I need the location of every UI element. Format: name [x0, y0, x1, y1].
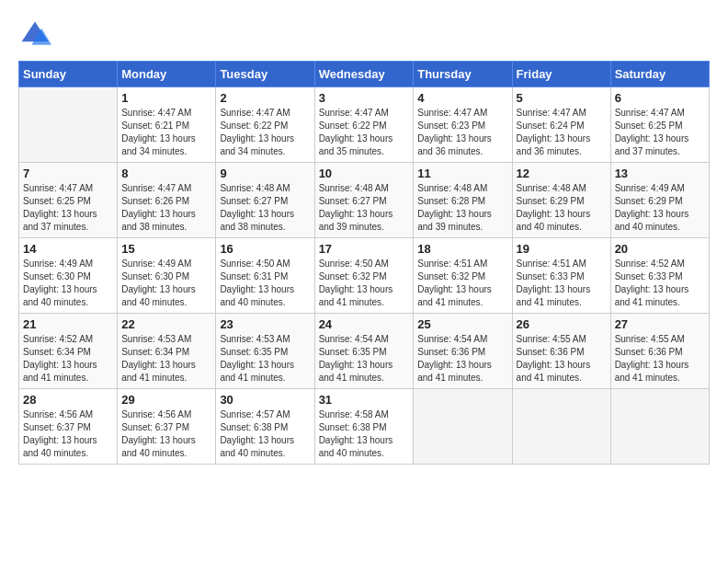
day-number: 21	[23, 317, 113, 331]
calendar-cell: 9Sunrise: 4:48 AMSunset: 6:27 PMDaylight…	[216, 163, 314, 238]
day-number: 1	[121, 91, 211, 105]
day-info: Sunrise: 4:55 AMSunset: 6:36 PMDaylight:…	[615, 333, 705, 385]
calendar-cell: 14Sunrise: 4:49 AMSunset: 6:30 PMDayligh…	[19, 238, 118, 314]
calendar-cell	[512, 389, 610, 465]
day-info: Sunrise: 4:58 AMSunset: 6:38 PMDaylight:…	[319, 408, 410, 460]
calendar-cell: 1Sunrise: 4:47 AMSunset: 6:21 PMDaylight…	[118, 87, 216, 163]
day-info: Sunrise: 4:57 AMSunset: 6:38 PMDaylight:…	[220, 408, 310, 460]
day-info: Sunrise: 4:51 AMSunset: 6:33 PMDaylight:…	[517, 258, 607, 309]
calendar-cell: 19Sunrise: 4:51 AMSunset: 6:33 PMDayligh…	[512, 238, 610, 314]
calendar-cell: 26Sunrise: 4:55 AMSunset: 6:36 PMDayligh…	[512, 314, 610, 389]
day-number: 3	[319, 91, 410, 105]
header-thursday: Thursday	[414, 62, 512, 87]
calendar: SundayMondayTuesdayWednesdayThursdayFrid…	[18, 61, 710, 465]
calendar-cell: 31Sunrise: 4:58 AMSunset: 6:38 PMDayligh…	[314, 389, 414, 465]
day-info: Sunrise: 4:50 AMSunset: 6:31 PMDaylight:…	[220, 258, 310, 309]
day-number: 24	[319, 317, 410, 331]
day-info: Sunrise: 4:55 AMSunset: 6:36 PMDaylight:…	[517, 333, 607, 385]
week-row-4: 21Sunrise: 4:52 AMSunset: 6:34 PMDayligh…	[19, 314, 710, 389]
day-number: 29	[121, 393, 211, 407]
week-row-1: 1Sunrise: 4:47 AMSunset: 6:21 PMDaylight…	[19, 87, 710, 163]
day-info: Sunrise: 4:49 AMSunset: 6:29 PMDaylight:…	[615, 182, 705, 234]
day-number: 30	[220, 393, 310, 407]
calendar-cell: 10Sunrise: 4:48 AMSunset: 6:27 PMDayligh…	[314, 163, 414, 238]
header-tuesday: Tuesday	[216, 62, 314, 87]
day-number: 25	[417, 317, 507, 331]
day-number: 7	[23, 167, 113, 180]
header	[18, 18, 710, 52]
day-info: Sunrise: 4:47 AMSunset: 6:24 PMDaylight:…	[517, 107, 607, 158]
header-saturday: Saturday	[610, 62, 709, 87]
day-number: 27	[615, 317, 705, 331]
calendar-cell: 28Sunrise: 4:56 AMSunset: 6:37 PMDayligh…	[19, 389, 118, 465]
day-info: Sunrise: 4:47 AMSunset: 6:25 PMDaylight:…	[23, 182, 113, 234]
day-number: 26	[517, 317, 607, 331]
day-number: 15	[121, 242, 211, 256]
day-number: 17	[319, 242, 410, 256]
day-number: 11	[417, 167, 507, 180]
day-number: 16	[220, 242, 310, 256]
calendar-cell: 22Sunrise: 4:53 AMSunset: 6:34 PMDayligh…	[118, 314, 216, 389]
day-info: Sunrise: 4:56 AMSunset: 6:37 PMDaylight:…	[121, 408, 211, 460]
calendar-cell: 18Sunrise: 4:51 AMSunset: 6:32 PMDayligh…	[414, 238, 512, 314]
calendar-cell: 2Sunrise: 4:47 AMSunset: 6:22 PMDaylight…	[216, 87, 314, 163]
day-number: 19	[517, 242, 607, 256]
day-number: 5	[517, 91, 607, 105]
week-row-3: 14Sunrise: 4:49 AMSunset: 6:30 PMDayligh…	[19, 238, 710, 314]
day-info: Sunrise: 4:48 AMSunset: 6:29 PMDaylight:…	[517, 182, 607, 234]
calendar-cell: 8Sunrise: 4:47 AMSunset: 6:26 PMDaylight…	[118, 163, 216, 238]
calendar-cell: 3Sunrise: 4:47 AMSunset: 6:22 PMDaylight…	[314, 87, 414, 163]
header-friday: Friday	[512, 62, 610, 87]
day-number: 22	[121, 317, 211, 331]
day-number: 8	[121, 167, 211, 180]
day-info: Sunrise: 4:51 AMSunset: 6:32 PMDaylight:…	[417, 258, 507, 309]
week-row-5: 28Sunrise: 4:56 AMSunset: 6:37 PMDayligh…	[19, 389, 710, 465]
day-info: Sunrise: 4:54 AMSunset: 6:36 PMDaylight:…	[417, 333, 507, 385]
calendar-cell: 15Sunrise: 4:49 AMSunset: 6:30 PMDayligh…	[118, 238, 216, 314]
calendar-cell	[19, 87, 118, 163]
day-number: 18	[417, 242, 507, 256]
day-number: 12	[517, 167, 607, 180]
calendar-cell: 17Sunrise: 4:50 AMSunset: 6:32 PMDayligh…	[314, 238, 414, 314]
day-info: Sunrise: 4:52 AMSunset: 6:33 PMDaylight:…	[615, 258, 705, 309]
day-number: 31	[319, 393, 410, 407]
calendar-cell: 23Sunrise: 4:53 AMSunset: 6:35 PMDayligh…	[216, 314, 314, 389]
day-info: Sunrise: 4:52 AMSunset: 6:34 PMDaylight:…	[23, 333, 113, 385]
calendar-cell: 25Sunrise: 4:54 AMSunset: 6:36 PMDayligh…	[414, 314, 512, 389]
calendar-cell: 4Sunrise: 4:47 AMSunset: 6:23 PMDaylight…	[414, 87, 512, 163]
logo	[18, 18, 55, 52]
calendar-header-row: SundayMondayTuesdayWednesdayThursdayFrid…	[19, 62, 710, 87]
calendar-cell	[610, 389, 709, 465]
day-info: Sunrise: 4:48 AMSunset: 6:28 PMDaylight:…	[417, 182, 507, 234]
calendar-cell: 16Sunrise: 4:50 AMSunset: 6:31 PMDayligh…	[216, 238, 314, 314]
calendar-cell: 30Sunrise: 4:57 AMSunset: 6:38 PMDayligh…	[216, 389, 314, 465]
calendar-cell: 13Sunrise: 4:49 AMSunset: 6:29 PMDayligh…	[610, 163, 709, 238]
calendar-cell: 7Sunrise: 4:47 AMSunset: 6:25 PMDaylight…	[19, 163, 118, 238]
calendar-cell: 12Sunrise: 4:48 AMSunset: 6:29 PMDayligh…	[512, 163, 610, 238]
header-sunday: Sunday	[19, 62, 118, 87]
day-info: Sunrise: 4:47 AMSunset: 6:22 PMDaylight:…	[220, 107, 310, 158]
day-number: 10	[319, 167, 410, 180]
day-info: Sunrise: 4:50 AMSunset: 6:32 PMDaylight:…	[319, 258, 410, 309]
logo-icon	[18, 18, 51, 52]
day-number: 13	[615, 167, 705, 180]
calendar-cell: 5Sunrise: 4:47 AMSunset: 6:24 PMDaylight…	[512, 87, 610, 163]
day-info: Sunrise: 4:47 AMSunset: 6:22 PMDaylight:…	[319, 107, 410, 158]
day-info: Sunrise: 4:53 AMSunset: 6:34 PMDaylight:…	[121, 333, 211, 385]
day-number: 23	[220, 317, 310, 331]
week-row-2: 7Sunrise: 4:47 AMSunset: 6:25 PMDaylight…	[19, 163, 710, 238]
calendar-cell	[414, 389, 512, 465]
day-number: 14	[23, 242, 113, 256]
day-number: 2	[220, 91, 310, 105]
day-info: Sunrise: 4:49 AMSunset: 6:30 PMDaylight:…	[121, 258, 211, 309]
header-monday: Monday	[118, 62, 216, 87]
calendar-cell: 29Sunrise: 4:56 AMSunset: 6:37 PMDayligh…	[118, 389, 216, 465]
day-info: Sunrise: 4:47 AMSunset: 6:21 PMDaylight:…	[121, 107, 211, 158]
day-number: 20	[615, 242, 705, 256]
calendar-cell: 20Sunrise: 4:52 AMSunset: 6:33 PMDayligh…	[610, 238, 709, 314]
day-info: Sunrise: 4:53 AMSunset: 6:35 PMDaylight:…	[220, 333, 310, 385]
header-wednesday: Wednesday	[314, 62, 414, 87]
calendar-cell: 27Sunrise: 4:55 AMSunset: 6:36 PMDayligh…	[610, 314, 709, 389]
day-info: Sunrise: 4:48 AMSunset: 6:27 PMDaylight:…	[319, 182, 410, 234]
calendar-cell: 6Sunrise: 4:47 AMSunset: 6:25 PMDaylight…	[610, 87, 709, 163]
